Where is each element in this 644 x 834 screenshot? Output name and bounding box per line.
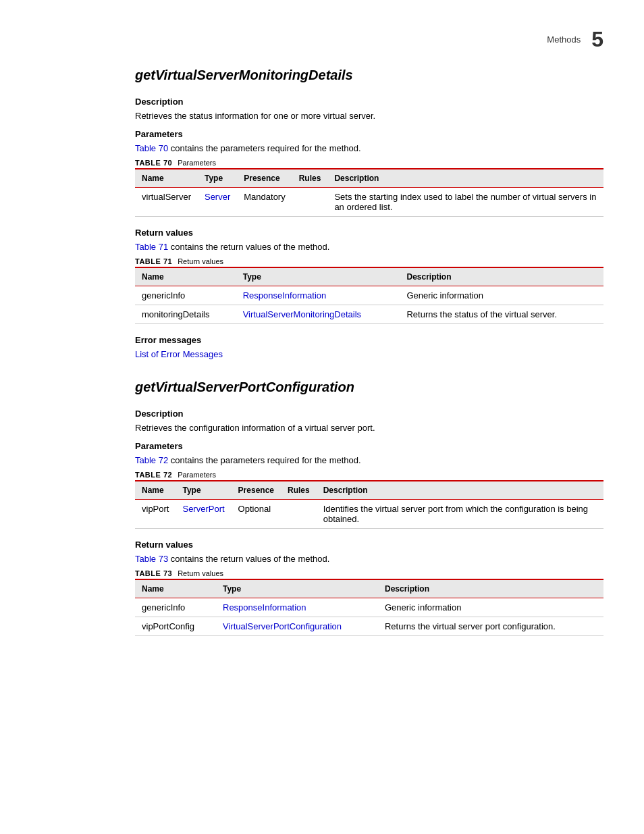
section1-table71-wrapper: TABLE 71 Return values Name Type Descrip… bbox=[135, 257, 603, 324]
section1-description-heading: Description bbox=[135, 97, 603, 107]
cell-type: VirtualServerPortConfiguration bbox=[216, 617, 378, 636]
table-row: vipPort ServerPort Optional Identifies t… bbox=[135, 500, 603, 529]
section1-table71-label: TABLE 71 bbox=[135, 257, 172, 265]
table-row: monitoringDetails VirtualServerMonitorin… bbox=[135, 305, 603, 324]
section2-description-heading: Description bbox=[135, 409, 603, 419]
col-name: Name bbox=[135, 481, 176, 500]
section2-table73-link[interactable]: Table 73 bbox=[135, 554, 168, 564]
col-description: Description bbox=[400, 267, 603, 286]
section2-table73-wrapper: TABLE 73 Return values Name Type Descrip… bbox=[135, 569, 603, 636]
section1-table70-caption-text: Parameters bbox=[178, 159, 216, 167]
section1-title: getVirtualServerMonitoringDetails bbox=[135, 68, 603, 83]
section1-description-text: Retrieves the status information for one… bbox=[135, 111, 603, 121]
response-info-link[interactable]: ResponseInformation bbox=[243, 290, 327, 301]
section1-parameters-intro: Table 70 contains the parameters require… bbox=[135, 143, 603, 153]
section-label: Methods bbox=[547, 34, 581, 45]
section1-table71-caption-text: Return values bbox=[178, 257, 223, 265]
cell-name: vipPort bbox=[135, 500, 176, 529]
col-presence: Presence bbox=[232, 481, 281, 500]
table-row: genericInfo ResponseInformation Generic … bbox=[135, 598, 603, 617]
section2-table73: Name Type Description genericInfo Respon… bbox=[135, 579, 603, 636]
col-rules: Rules bbox=[292, 169, 328, 188]
col-description: Description bbox=[327, 169, 603, 188]
section1-table70-header-row: Name Type Presence Rules Description bbox=[135, 169, 603, 188]
table-row: genericInfo ResponseInformation Generic … bbox=[135, 286, 603, 305]
col-name: Name bbox=[135, 579, 216, 598]
col-type: Type bbox=[198, 169, 237, 188]
section1-table71-header-row: Name Type Description bbox=[135, 267, 603, 286]
section2-description-text: Retrieves the configuration information … bbox=[135, 423, 603, 433]
section1-return-heading: Return values bbox=[135, 228, 603, 238]
section2-table73-caption-row: TABLE 73 Return values bbox=[135, 569, 603, 577]
vip-port-config-link[interactable]: VirtualServerPortConfiguration bbox=[223, 621, 342, 631]
list-of-error-messages-link[interactable]: List of Error Messages bbox=[135, 349, 223, 359]
page-header: Methods 5 bbox=[547, 27, 603, 52]
section2-table72-link[interactable]: Table 72 bbox=[135, 455, 168, 465]
section1-parameters-heading: Parameters bbox=[135, 129, 603, 139]
section1-return-intro: Table 71 contains the return values of t… bbox=[135, 242, 603, 252]
section1-table71-caption-row: TABLE 71 Return values bbox=[135, 257, 603, 265]
cell-type: VirtualServerMonitoringDetails bbox=[236, 305, 400, 324]
monitoring-details-link[interactable]: VirtualServerMonitoringDetails bbox=[243, 309, 361, 319]
cell-name: genericInfo bbox=[135, 598, 216, 617]
section-1: getVirtualServerMonitoringDetails Descri… bbox=[135, 68, 603, 359]
col-description: Description bbox=[317, 481, 603, 500]
section2-table73-caption-text: Return values bbox=[178, 569, 223, 577]
section2-table73-header-row: Name Type Description bbox=[135, 579, 603, 598]
section2-table73-label: TABLE 73 bbox=[135, 569, 172, 577]
section1-table70-caption-row: TABLE 70 Parameters bbox=[135, 159, 603, 167]
response-info-link2[interactable]: ResponseInformation bbox=[223, 602, 306, 613]
section-2: getVirtualServerPortConfiguration Descri… bbox=[135, 380, 603, 636]
cell-name: genericInfo bbox=[135, 286, 236, 305]
cell-description: Generic information bbox=[378, 598, 603, 617]
cell-type: ServerPort bbox=[176, 500, 231, 529]
section2-table72-header-row: Name Type Presence Rules Description bbox=[135, 481, 603, 500]
cell-description: Sets the starting index used to label th… bbox=[327, 188, 603, 217]
col-name: Name bbox=[135, 267, 236, 286]
section2-parameters-intro: Table 72 contains the parameters require… bbox=[135, 455, 603, 465]
table-row: vipPortConfig VirtualServerPortConfigura… bbox=[135, 617, 603, 636]
col-type: Type bbox=[216, 579, 378, 598]
section1-table70-label: TABLE 70 bbox=[135, 159, 172, 167]
section1-error-link-container: List of Error Messages bbox=[135, 349, 603, 359]
cell-rules bbox=[281, 500, 317, 529]
section2-table72-wrapper: TABLE 72 Parameters Name Type Presence R… bbox=[135, 471, 603, 529]
cell-description: Returns the status of the virtual server… bbox=[400, 305, 603, 324]
section2-table72-caption-text: Parameters bbox=[178, 471, 216, 479]
server-type-link[interactable]: Server bbox=[205, 192, 230, 202]
cell-name: monitoringDetails bbox=[135, 305, 236, 324]
cell-type: Server bbox=[198, 188, 237, 217]
col-rules: Rules bbox=[281, 481, 317, 500]
section2-return-heading: Return values bbox=[135, 540, 603, 550]
section2-return-intro: Table 73 contains the return values of t… bbox=[135, 554, 603, 564]
section2-table72: Name Type Presence Rules Description vip… bbox=[135, 480, 603, 529]
col-name: Name bbox=[135, 169, 198, 188]
cell-description: Generic information bbox=[400, 286, 603, 305]
cell-type: ResponseInformation bbox=[236, 286, 400, 305]
col-type: Type bbox=[176, 481, 231, 500]
section1-table70-link[interactable]: Table 70 bbox=[135, 143, 168, 153]
serverport-type-link[interactable]: ServerPort bbox=[182, 504, 224, 514]
section1-table71-link[interactable]: Table 71 bbox=[135, 242, 168, 252]
section2-table72-label: TABLE 72 bbox=[135, 471, 172, 479]
col-type: Type bbox=[236, 267, 400, 286]
section2-table72-caption-row: TABLE 72 Parameters bbox=[135, 471, 603, 479]
section2-parameters-heading: Parameters bbox=[135, 441, 603, 451]
cell-name: virtualServer bbox=[135, 188, 198, 217]
cell-rules bbox=[292, 188, 328, 217]
cell-type: ResponseInformation bbox=[216, 598, 378, 617]
page-number: 5 bbox=[591, 27, 603, 52]
section1-table71: Name Type Description genericInfo Respon… bbox=[135, 267, 603, 324]
cell-name: vipPortConfig bbox=[135, 617, 216, 636]
table-row: virtualServer Server Mandatory Sets the … bbox=[135, 188, 603, 217]
cell-description: Returns the virtual server port configur… bbox=[378, 617, 603, 636]
col-description: Description bbox=[378, 579, 603, 598]
section1-table70-wrapper: TABLE 70 Parameters Name Type Presence R… bbox=[135, 159, 603, 217]
section1-error-heading: Error messages bbox=[135, 335, 603, 345]
section1-table70: Name Type Presence Rules Description vir… bbox=[135, 168, 603, 217]
col-presence: Presence bbox=[237, 169, 292, 188]
cell-presence: Mandatory bbox=[237, 188, 292, 217]
section2-title: getVirtualServerPortConfiguration bbox=[135, 380, 603, 395]
cell-description: Identifies the virtual server port from … bbox=[317, 500, 603, 529]
cell-presence: Optional bbox=[232, 500, 281, 529]
